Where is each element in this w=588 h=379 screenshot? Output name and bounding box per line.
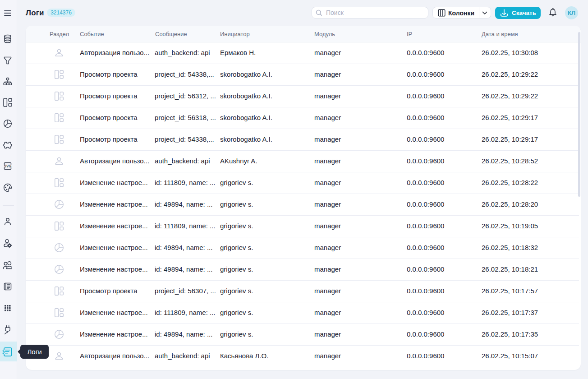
svg-text:SVG: SVG (4, 164, 12, 168)
